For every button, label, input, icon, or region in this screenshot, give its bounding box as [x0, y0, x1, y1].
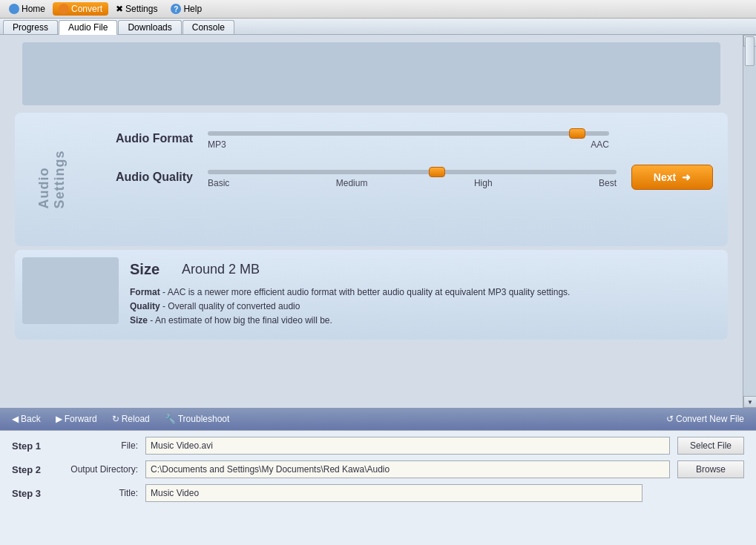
- settings-label: Settings: [125, 4, 157, 14]
- format-slider-labels: MP3 AAC: [208, 139, 609, 150]
- help-button[interactable]: ? Help: [165, 2, 208, 16]
- tab-progress[interactable]: Progress: [3, 20, 58, 34]
- next-button[interactable]: Next ➜: [631, 165, 713, 190]
- step1-file-input[interactable]: [145, 437, 670, 455]
- size-label: Size: [130, 261, 160, 278]
- troubleshoot-label: Troubleshoot: [178, 414, 230, 424]
- format-row: Audio Format MP3 AAC: [74, 128, 713, 150]
- bottom-toolbar: ◀ Back ▶ Forward ↻ Reload 🔧 Troubleshoot…: [0, 408, 756, 430]
- audio-settings-panel: AudioSettings Audio Format MP3 AAC: [15, 113, 728, 246]
- back-label: Back: [21, 414, 41, 424]
- forward-icon: ▶: [56, 414, 62, 424]
- quality-best: Best: [599, 178, 617, 188]
- back-icon: ◀: [12, 414, 19, 424]
- size-value: Around 2 MB: [182, 262, 260, 277]
- home-button[interactable]: Home: [3, 2, 51, 16]
- settings-icon: ✖: [116, 4, 123, 14]
- convert-new-icon: ↺: [666, 414, 674, 424]
- format-label: Audio Format: [74, 132, 193, 145]
- toolbar-right: ↺ Convert New File: [660, 412, 750, 426]
- step3-title-input[interactable]: [145, 484, 642, 502]
- tab-audio-file[interactable]: Audio File: [59, 20, 117, 35]
- forward-button[interactable]: ▶ Forward: [50, 412, 103, 426]
- quality-slider-labels: Basic Medium High Best: [208, 178, 617, 188]
- forward-label: Forward: [65, 414, 97, 424]
- reload-label: Reload: [122, 414, 150, 424]
- quality-label: Audio Quality: [74, 171, 193, 184]
- preview-box: [22, 42, 720, 105]
- titlebar: Home Convert ✖ Settings ? Help: [0, 0, 756, 19]
- help-label: Help: [183, 4, 202, 14]
- step2-field-label: Output Directory:: [56, 464, 138, 475]
- size-row: Size Around 2 MB: [130, 261, 713, 278]
- info-text: Format - AAC is a newer more efficient a…: [130, 285, 713, 328]
- steps-area: Step 1 File: Select File Step 2 Output D…: [0, 430, 756, 545]
- convert-button[interactable]: Convert: [53, 2, 108, 16]
- format-slider-thumb[interactable]: [569, 128, 585, 139]
- back-button[interactable]: ◀ Back: [6, 412, 47, 426]
- step2-directory-input[interactable]: [145, 460, 670, 478]
- next-label: Next: [654, 171, 676, 183]
- quality-slider-thumb[interactable]: [429, 167, 445, 177]
- step1-row: Step 1 File: Select File: [12, 437, 744, 455]
- troubleshoot-button[interactable]: 🔧 Troubleshoot: [159, 412, 236, 426]
- troubleshoot-icon: 🔧: [165, 414, 176, 424]
- tab-console[interactable]: Console: [183, 20, 234, 34]
- info-panel: Size Around 2 MB Format - AAC is a newer…: [15, 250, 728, 340]
- quality-slider-track[interactable]: [208, 170, 617, 174]
- quality-basic: Basic: [208, 178, 229, 188]
- reload-icon: ↻: [112, 414, 119, 424]
- reload-button[interactable]: ↻ Reload: [106, 412, 156, 426]
- step3-row: Step 3 Title:: [12, 484, 744, 502]
- step1-field-label: File:: [56, 440, 138, 451]
- quality-high: High: [474, 178, 493, 188]
- quality-row: Audio Quality Basic Medium High Best Nex…: [74, 165, 713, 190]
- scroll-container: AudioSettings Audio Format MP3 AAC: [0, 35, 743, 408]
- home-label: Home: [22, 4, 45, 14]
- convert-label: Convert: [71, 4, 102, 14]
- info-thumbnail: [22, 257, 119, 324]
- convert-icon: [59, 4, 69, 14]
- step1-label: Step 1: [12, 440, 49, 452]
- browse-button[interactable]: Browse: [677, 460, 744, 478]
- step3-label: Step 3: [12, 488, 49, 499]
- tabbar: Progress Audio File Downloads Console: [0, 19, 756, 35]
- settings-button[interactable]: ✖ Settings: [110, 2, 163, 16]
- main-area: AudioSettings Audio Format MP3 AAC: [0, 35, 756, 408]
- quality-medium: Medium: [336, 178, 368, 188]
- help-icon: ?: [171, 4, 181, 14]
- quality-slider-container: Basic Medium High Best: [208, 166, 617, 188]
- step3-field-label: Title:: [56, 488, 138, 498]
- scrollbar-thumb[interactable]: [745, 36, 755, 66]
- format-slider-container: MP3 AAC: [208, 128, 609, 150]
- audio-settings-side-label: AudioSettings: [36, 150, 68, 208]
- tab-downloads[interactable]: Downloads: [118, 20, 181, 34]
- convert-new-label: Convert New File: [676, 414, 744, 424]
- select-file-button[interactable]: Select File: [677, 437, 744, 455]
- step2-label: Step 2: [12, 464, 49, 475]
- format-slider-track[interactable]: [208, 131, 609, 136]
- home-icon: [9, 4, 19, 14]
- format-max-label: AAC: [591, 139, 609, 150]
- scrollbar[interactable]: ▲ ▼: [743, 35, 756, 408]
- step2-row: Step 2 Output Directory: Browse: [12, 460, 744, 478]
- scrollbar-arrow-down[interactable]: ▼: [743, 396, 756, 408]
- next-arrow-icon: ➜: [682, 171, 691, 183]
- convert-new-button[interactable]: ↺ Convert New File: [660, 412, 750, 426]
- format-min-label: MP3: [208, 139, 226, 150]
